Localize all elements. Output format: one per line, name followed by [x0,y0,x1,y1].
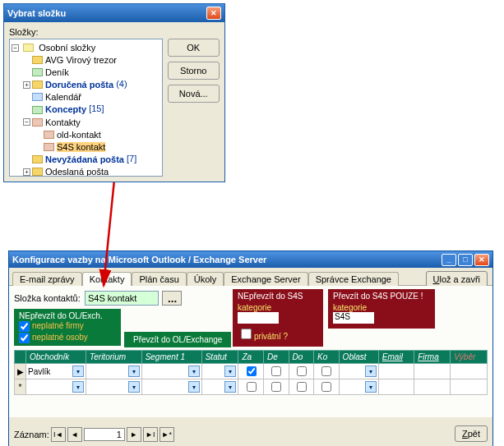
tree-item-label[interactable]: Doručená pošta [45,80,113,90]
folder-icon [23,44,34,52]
grid-row-new[interactable]: * ▾ ▾ ▾ ▾ ▾ [15,379,488,395]
col-oblast[interactable]: Oblast [339,351,378,364]
col-firma[interactable]: Firma [414,351,451,364]
tab-email[interactable]: E-mail zprávy [12,272,82,286]
tree-item-label[interactable]: Kontakty [45,117,81,127]
nav-next-button[interactable]: ► [127,427,141,442]
col-do[interactable]: Do [289,351,314,364]
invalid-persons-checkbox[interactable] [19,333,30,343]
tree-expander[interactable] [23,118,30,126]
tree-item-label[interactable]: Nevyžádaná pošta [45,154,124,164]
nav-last-button[interactable]: ►I [143,427,158,442]
minimize-button[interactable]: _ [442,254,456,266]
contacts-icon [32,118,43,126]
tree-expander[interactable] [12,44,19,52]
dropdown-icon[interactable]: ▾ [188,381,200,393]
cell-email[interactable] [378,364,414,379]
cell-ko-checkbox[interactable] [321,366,331,376]
redbox1-title: NEpřevzít do S4S [238,292,318,301]
tab-plan-casu[interactable]: Plán času [132,272,186,286]
tree-item-label[interactable]: Deník [45,67,69,77]
tree-expander[interactable] [23,168,30,176]
col-segment[interactable]: Segment 1 [141,351,201,364]
col-vyber[interactable]: Výběr [451,351,488,364]
col-za[interactable]: Za [238,351,264,364]
tree-item-label[interactable]: Kalendář [45,92,81,102]
col-email[interactable]: Email [378,351,414,364]
save-close-button[interactable]: Ulož a zavři [426,271,488,287]
dialog-close-button[interactable]: ✕ [206,7,221,20]
tree-root-label[interactable]: Osobní složky [39,43,95,53]
new-button[interactable]: Nová... [168,85,220,103]
cell-firma[interactable] [414,379,451,395]
cell-obchodnik[interactable]: Pavlík [28,367,72,376]
col-ko[interactable]: Ko [314,351,340,364]
tree-item-label[interactable]: Odeslaná pošta [45,167,109,177]
grid-row[interactable]: ▶ Pavlík▾ ▾ ▾ ▾ ▾ [15,364,488,379]
tree-expander [35,131,42,138]
ok-button[interactable]: OK [168,39,220,57]
cell-do-checkbox[interactable] [297,382,307,392]
tree-item-label[interactable]: AVG Virový trezor [45,55,117,65]
tab-exchange[interactable]: Exchange Server [224,272,307,286]
close-button[interactable]: ✕ [474,254,489,266]
cell-firma[interactable] [414,364,451,379]
dropdown-icon[interactable]: ▾ [188,366,200,377]
nav-prev-button[interactable]: ◄ [67,427,82,442]
row-marker: * [15,379,26,395]
nav-first-button[interactable]: I◄ [51,427,66,442]
dropdown-icon[interactable]: ▾ [72,381,84,393]
dropdown-icon[interactable]: ▾ [72,366,84,377]
transfer-to-ol-button[interactable]: Převzít do OL/Exchange [124,332,231,347]
drafts-icon [32,106,43,114]
cell-ko-checkbox[interactable] [321,382,331,392]
col-statut[interactable]: Statut [201,351,238,364]
folder-field-label: Složka kontaktů: [14,293,81,303]
col-teritorium[interactable]: Teritorium [86,351,142,364]
folder-tree[interactable]: Osobní složky AVG Virový trezor Deník Do… [9,39,163,177]
private-checkbox[interactable] [241,329,252,339]
dropdown-icon[interactable]: ▾ [365,381,377,393]
invalid-firms-option[interactable]: neplatné firmy [19,320,116,332]
dropdown-icon[interactable]: ▾ [128,366,140,377]
maximize-button[interactable]: □ [458,254,473,266]
cell-za-checkbox[interactable] [247,382,257,392]
cell-de-checkbox[interactable] [271,382,281,392]
cancel-button[interactable]: Storno [168,62,220,80]
col-de[interactable]: De [263,351,289,364]
calendar-icon [32,93,43,101]
browse-folder-button[interactable]: ... [162,291,182,306]
record-navigator: Záznam: I◄ ◄ ► ►I ►* [14,422,488,442]
tab-kontakty[interactable]: Kontakty [82,272,132,286]
tree-expander [23,155,30,163]
tab-ukoly[interactable]: Úkoly [187,272,224,286]
back-button[interactable]: Zpět [455,425,488,442]
dropdown-icon[interactable]: ▾ [128,381,140,393]
config-window: Konfigurace vazby na Microsoft Outlook /… [8,251,493,446]
cell-email[interactable] [378,379,414,395]
tree-item-label[interactable]: Koncepty [45,105,86,115]
nav-new-button[interactable]: ►* [160,427,174,442]
contacts-icon [44,131,54,139]
cell-za-checkbox[interactable] [247,366,257,376]
tree-item-label-selected[interactable]: S4S kontakt [57,142,105,152]
record-position-input[interactable] [84,428,125,441]
tab-spravce[interactable]: Správce Exchange [308,272,399,286]
cell-vyber[interactable] [451,364,488,379]
tree-expander[interactable] [23,81,30,89]
dropdown-icon[interactable]: ▾ [224,381,236,393]
cell-do-checkbox[interactable] [297,366,307,376]
cell-de-checkbox[interactable] [271,366,281,376]
invalid-persons-option[interactable]: neplatné osoby [19,332,116,343]
kategorie-value[interactable] [238,312,279,324]
kategorie-value[interactable]: S4S [333,312,374,324]
tree-item-label[interactable]: old-kontakt [57,130,101,140]
dropdown-icon[interactable]: ▾ [365,366,377,377]
greenbox-title: NEpřevzít do OL/Exch. [19,311,116,320]
dropdown-icon[interactable]: ▾ [224,366,236,377]
cell-vyber[interactable] [451,379,488,395]
tree-count: (4) [116,79,127,89]
contacts-folder-input[interactable] [85,291,159,306]
col-obchodnik[interactable]: Obchodník [26,351,86,364]
invalid-firms-checkbox[interactable] [19,321,30,332]
